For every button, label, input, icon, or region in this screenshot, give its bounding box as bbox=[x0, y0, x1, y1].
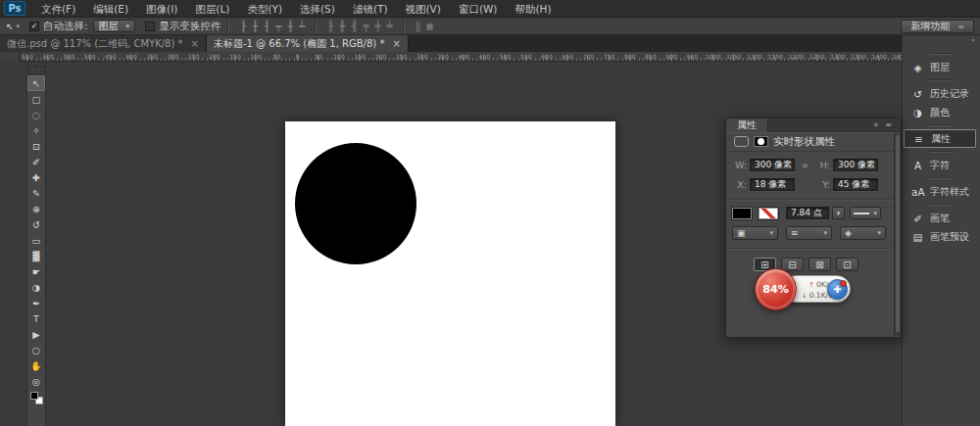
height-field[interactable]: 300 像素 bbox=[833, 159, 878, 171]
foreground-color-swatch[interactable] bbox=[30, 392, 38, 400]
hand-tool[interactable]: ✋ bbox=[27, 357, 45, 373]
panel-scrollbar[interactable] bbox=[894, 133, 901, 336]
dock-item-layers[interactable]: ◈图层 bbox=[903, 58, 980, 76]
brush-tool[interactable]: ✎ bbox=[27, 185, 45, 201]
menu-edit[interactable]: 编辑(E) bbox=[84, 0, 137, 18]
smudge-tool[interactable]: ☛ bbox=[27, 263, 45, 279]
lasso-tool[interactable]: ◌ bbox=[27, 107, 45, 122]
auto-select-dropdown[interactable]: 图层 ▾ bbox=[93, 20, 136, 32]
document-tab-close-icon-1[interactable]: × bbox=[392, 38, 400, 49]
align-icon-1[interactable]: ╂ bbox=[252, 21, 258, 31]
dodge-tool[interactable]: ◑ bbox=[27, 279, 45, 295]
crop-tool[interactable]: ⊡ bbox=[27, 138, 45, 154]
dock-item-color[interactable]: ◑颜色 bbox=[903, 103, 980, 121]
horizontal-ruler[interactable]: 6506005505004504003503002502001501005005… bbox=[0, 52, 902, 62]
stroke-width-field[interactable]: 7.84 点 bbox=[786, 207, 829, 219]
menu-layer[interactable]: 图层(L) bbox=[186, 0, 238, 18]
toolbox-collapse-handle[interactable]: · · bbox=[27, 67, 45, 75]
stroke-option-icon-1: ≡ bbox=[791, 228, 799, 238]
upload-arrow-icon: ↑ bbox=[808, 281, 814, 289]
ruler-label: 500 bbox=[84, 52, 95, 61]
ruler-label: 1200 bbox=[789, 52, 804, 61]
menu-window[interactable]: 窗口(W) bbox=[450, 0, 507, 18]
memory-usage-ball[interactable]: 84% bbox=[755, 268, 797, 310]
panel-menu-icon[interactable]: ≡ bbox=[885, 120, 892, 129]
menu-help[interactable]: 帮助(H) bbox=[506, 0, 560, 18]
dock-item-brush-presets[interactable]: ▤画笔预设 bbox=[903, 227, 980, 246]
dock-item-history[interactable]: ↺历史记录 bbox=[903, 84, 980, 103]
panel-scrollbar-thumb[interactable] bbox=[896, 135, 900, 332]
dock-collapse-icon[interactable]: » bbox=[903, 35, 980, 45]
pen-tool[interactable]: ✒ bbox=[27, 295, 45, 310]
dock-item-brush[interactable]: ✐画笔 bbox=[903, 209, 980, 227]
distribute-icon-0[interactable]: ╟ bbox=[327, 21, 333, 31]
extra-align-icon-1[interactable]: ▦ bbox=[427, 21, 433, 31]
ellipse-shape-layer[interactable] bbox=[295, 143, 416, 264]
rectangular-marquee-tool[interactable]: ▢ bbox=[27, 91, 45, 107]
speed-ball-overlay[interactable]: ↑ 0K/s ↓ 0.1K/s ✚ 84% bbox=[755, 268, 857, 313]
y-field[interactable]: 45 像素 bbox=[833, 178, 878, 191]
stroke-type-dropdown[interactable]: ▾ bbox=[850, 207, 881, 219]
character-styles-icon: aA bbox=[911, 186, 924, 198]
ruler-label: 100 bbox=[250, 52, 261, 61]
extra-align-icon-0[interactable]: ‖ bbox=[416, 21, 421, 31]
menu-filter[interactable]: 滤镜(T) bbox=[344, 0, 397, 18]
dock-item-character-styles[interactable]: aA字符样式 bbox=[903, 182, 980, 201]
dock-item-properties[interactable]: ≡属性 bbox=[904, 129, 976, 148]
menu-type[interactable]: 类型(Y) bbox=[238, 0, 291, 18]
dock-item-character[interactable]: A字符 bbox=[903, 156, 980, 174]
width-field[interactable]: 300 像素 bbox=[750, 159, 795, 171]
quick-selection-tool[interactable]: ✧ bbox=[27, 122, 45, 138]
ruler-label: 1100 bbox=[747, 52, 761, 61]
distribute-icon-2[interactable]: ╢ bbox=[351, 21, 357, 31]
stroke-option-select-0[interactable]: ▣▾ bbox=[732, 226, 778, 240]
x-field[interactable]: 18 像素 bbox=[750, 178, 795, 191]
menu-view[interactable]: 视图(V) bbox=[396, 0, 449, 18]
workspace-switcher-button[interactable]: 新增功能 ≡ bbox=[901, 20, 974, 33]
align-icon-2[interactable]: ┨ bbox=[264, 21, 270, 31]
document-tab-0[interactable]: 微信.psd @ 117% (二维码, CMYK/8) *× bbox=[0, 35, 207, 52]
current-tool-chip[interactable]: ↖ ▾ bbox=[6, 22, 20, 31]
distribute-icon-4[interactable]: ╪ bbox=[374, 21, 380, 31]
align-icon-0[interactable]: ┠ bbox=[240, 21, 246, 31]
distribute-icon-1[interactable]: ╫ bbox=[339, 21, 345, 31]
link-dimensions-icon[interactable]: ∞ bbox=[795, 161, 815, 170]
document-canvas[interactable] bbox=[285, 121, 615, 426]
path-selection-tool[interactable]: ▶ bbox=[27, 326, 45, 342]
gradient-tool[interactable]: ▓ bbox=[27, 248, 45, 263]
y-label: Y: bbox=[815, 179, 830, 190]
align-icon-5[interactable]: ┷ bbox=[299, 21, 305, 31]
stroke-color-swatch[interactable] bbox=[759, 208, 778, 219]
show-transform-checkbox[interactable] bbox=[145, 22, 155, 31]
distribute-icon-3[interactable]: ╤ bbox=[363, 21, 368, 31]
align-icon-4[interactable]: ╂ bbox=[287, 21, 293, 31]
align-icon-3[interactable]: ┯ bbox=[275, 21, 281, 31]
move-tool[interactable]: ↖ bbox=[27, 75, 45, 91]
distribute-icon-5[interactable]: ╧ bbox=[386, 21, 392, 31]
stroke-option-select-2[interactable]: ◈▾ bbox=[840, 226, 886, 240]
spot-healing-brush-tool[interactable]: ✚ bbox=[27, 169, 45, 185]
document-tab-1[interactable]: 未标题-1 @ 66.7% (椭圆 1, RGB/8) *× bbox=[207, 35, 409, 52]
eyedropper-tool[interactable]: ✐ bbox=[27, 154, 45, 169]
menu-file[interactable]: 文件(F) bbox=[32, 0, 84, 18]
menu-image[interactable]: 图像(I) bbox=[137, 0, 186, 18]
properties-panel-tab[interactable]: 属性 bbox=[726, 118, 768, 132]
shape-mask-thumbnail[interactable] bbox=[754, 136, 768, 147]
ellipse-tool[interactable]: ○ bbox=[27, 342, 45, 357]
eraser-tool[interactable]: ▭ bbox=[27, 232, 45, 248]
guard-badge-icon[interactable]: ✚ bbox=[827, 279, 848, 300]
fill-color-swatch[interactable] bbox=[732, 208, 752, 219]
zoom-tool[interactable]: ◎ bbox=[27, 373, 45, 389]
panel-divider bbox=[726, 248, 901, 249]
history-brush-tool[interactable]: ↺ bbox=[27, 216, 45, 232]
auto-select-checkbox[interactable]: ✓ bbox=[29, 22, 39, 31]
document-tab-close-icon-0[interactable]: × bbox=[191, 38, 199, 49]
type-tool[interactable]: T bbox=[27, 310, 45, 326]
menu-select[interactable]: 选择(S) bbox=[291, 0, 344, 18]
panel-collapse-icon[interactable]: » bbox=[873, 120, 878, 129]
ruler-origin-box[interactable] bbox=[0, 52, 20, 62]
extra-icons: ‖▦ bbox=[413, 21, 436, 31]
stroke-option-select-1[interactable]: ≡▾ bbox=[786, 226, 832, 240]
clone-stamp-tool[interactable]: ⊕ bbox=[27, 201, 45, 216]
stroke-width-caret[interactable]: ▾ bbox=[832, 207, 845, 219]
